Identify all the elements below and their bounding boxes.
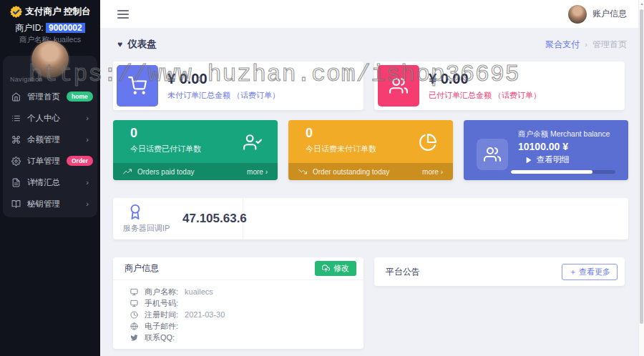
app-title: 支付商户 控制台 <box>26 6 91 18</box>
home-badge: home <box>67 92 93 102</box>
sidebar-item-details[interactable]: 详情汇总 › <box>3 172 97 193</box>
platform-notice-title: 平台公告 <box>386 266 420 278</box>
info-row-email: 电子邮件: <box>130 320 364 332</box>
breadcrumb-current: 管理首页 <box>592 39 627 51</box>
topbar-avatar[interactable] <box>568 5 587 24</box>
sidebar-menu: 管理首页 home 个人中心 › 余额管理 › 订单管理 Order 详情汇总 <box>3 86 97 214</box>
balance-amount: 10100.00 ¥ <box>518 141 568 152</box>
monitor-icon <box>130 288 138 296</box>
account-menu[interactable]: 账户信息 <box>568 5 627 24</box>
orders-paid-label: 今日话费已付订单数 <box>130 144 201 154</box>
unpaid-total-value: ¥ 0.00 <box>167 71 208 87</box>
view-details-label: 查看明细 <box>537 154 570 165</box>
paid-total-value: ¥ 0.00 <box>429 71 469 87</box>
unpaid-total-label: 未付订单汇总金额 （话费订单） <box>167 90 280 101</box>
pie-chart-icon <box>419 133 437 152</box>
file-text-icon <box>11 178 21 187</box>
orders-unpaid-more-link[interactable]: more › <box>422 168 443 176</box>
home-icon <box>11 92 21 102</box>
merchant-id-row: 商户ID: 9000002 <box>0 22 100 34</box>
sidebar-item-orders[interactable]: 订单管理 Order <box>3 150 97 172</box>
platform-notice-card: 平台公告 ＋ 查看更多 <box>374 257 625 286</box>
orders-unpaid-today-card: 0 今日话费未付订单数 Order outstanding today more… <box>288 120 453 180</box>
chevron-right-icon: › <box>86 114 89 122</box>
breadcrumb-link[interactable]: 聚合支付 <box>545 39 580 51</box>
edit-button[interactable]: 修改 <box>315 261 356 276</box>
chevron-right-icon: › <box>86 199 89 208</box>
info-label: 手机号码: <box>145 298 178 309</box>
chevron-right-icon: › <box>86 178 89 187</box>
orders-unpaid-footer-label: Order outstanding today <box>313 168 389 176</box>
balance-progress-fill <box>511 170 592 174</box>
users-group-icon <box>477 139 508 170</box>
sidebar-item-label: 秘钥管理 <box>27 199 60 209</box>
sidebar-item-label: 管理首页 <box>27 92 60 102</box>
cloud-upload-icon <box>322 264 330 272</box>
info-label: 商户名称: <box>145 287 178 297</box>
orders-paid-footer-label: Orders paid today <box>137 168 195 176</box>
paid-total-label: 已付订单汇总金额 （话费订单） <box>429 90 541 101</box>
account-label: 账户信息 <box>592 8 627 20</box>
orders-paid-today-card: 0 今日话费已付订单数 Orders paid today more › <box>113 120 278 180</box>
unpaid-total-card: ¥ 0.00 未付订单汇总金额 （话费订单） <box>113 61 364 110</box>
award-icon <box>127 204 143 219</box>
info-row-phone: 手机号码: <box>130 297 364 309</box>
order-badge: Order <box>67 156 93 166</box>
page-title: 仪表盘 <box>127 38 157 51</box>
info-label: 电子邮件: <box>145 321 178 332</box>
list-icon <box>11 114 21 123</box>
server-ip-section: 服务器回调IP 47.105.63.6 <box>113 198 243 239</box>
chevron-right-icon: › <box>86 135 89 144</box>
info-label: 注册时间: <box>145 310 178 320</box>
sidebar-avatar[interactable] <box>31 41 69 78</box>
menu-toggle-icon[interactable] <box>117 10 129 19</box>
scroll-up-icon[interactable]: ▲ <box>639 1 644 6</box>
view-more-button[interactable]: ＋ 查看更多 <box>562 264 618 280</box>
info-label: 联系QQ: <box>145 332 175 343</box>
server-ip-label: 服务器回调IP <box>123 223 170 234</box>
view-details-button[interactable]: 查看明细 <box>525 154 570 165</box>
sidebar-item-keys[interactable]: 秘钥管理 › <box>3 193 97 214</box>
merchant-id-value: 9000002 <box>46 23 85 33</box>
scrollbar-thumb[interactable] <box>640 9 643 324</box>
cart-icon <box>117 65 158 107</box>
sidebar-item-profile[interactable]: 个人中心 › <box>3 107 97 129</box>
topbar: 账户信息 <box>100 0 638 29</box>
navigation-heading: Navigation <box>10 76 43 83</box>
orders-unpaid-count: 0 <box>306 126 313 141</box>
sidebar: 支付商户 控制台 商户ID: 9000002 商户名称: kuailecs Na… <box>0 0 100 356</box>
paid-total-card: ¥ 0.00 已付订单汇总金额 （话费订单） <box>374 61 625 110</box>
merchant-id-label: 商户ID: <box>15 23 43 33</box>
vertical-scrollbar[interactable]: ▲ <box>638 0 644 356</box>
book-open-icon <box>11 199 21 209</box>
plus-icon: ＋ <box>569 267 577 277</box>
orders-paid-footer[interactable]: Orders paid today more › <box>113 163 278 180</box>
orders-paid-more-link[interactable]: more › <box>247 168 268 176</box>
user-check-icon <box>243 133 262 152</box>
balance-title: 商户余额 Merchant balance <box>518 129 610 139</box>
logo-badge-icon <box>10 6 22 18</box>
info-value: 2021-03-30 <box>185 310 225 319</box>
platform-notice-header: 平台公告 ＋ 查看更多 <box>374 257 625 286</box>
sidebar-item-label: 个人中心 <box>27 113 60 124</box>
users-icon <box>378 65 419 107</box>
orders-unpaid-footer[interactable]: Order outstanding today more › <box>288 163 453 180</box>
trending-down-icon <box>298 167 307 176</box>
merchant-info-header: 商户信息 修改 <box>113 257 364 280</box>
sidebar-item-balance[interactable]: 余额管理 › <box>3 129 97 150</box>
heart-icon: ♥ <box>117 39 122 49</box>
merchant-info-title: 商户信息 <box>125 262 159 275</box>
breadcrumb: ♥ 仪表盘 聚合支付 › 管理首页 <box>100 29 638 60</box>
breadcrumb-separator-icon: › <box>585 40 587 49</box>
sidebar-item-home[interactable]: 管理首页 home <box>3 86 97 107</box>
globe-icon <box>130 322 138 330</box>
server-ip-value: 47.105.63.6 <box>182 212 247 226</box>
clock-icon <box>130 311 138 319</box>
merchant-balance-card: 商户余额 Merchant balance 10100.00 ¥ 查看明细 <box>464 120 628 180</box>
merchant-info-card: 商户信息 修改 商户名称: kuailecs 手机号码: <box>113 257 364 349</box>
main-content: ♥ 仪表盘 聚合支付 › 管理首页 ¥ 0.00 未付订单汇总金额 （话费订单）… <box>100 29 638 356</box>
server-ip-card: 服务器回调IP 47.105.63.6 <box>113 198 628 239</box>
play-icon <box>525 157 532 164</box>
view-more-label: 查看更多 <box>579 267 610 277</box>
monitor-icon <box>130 300 138 307</box>
